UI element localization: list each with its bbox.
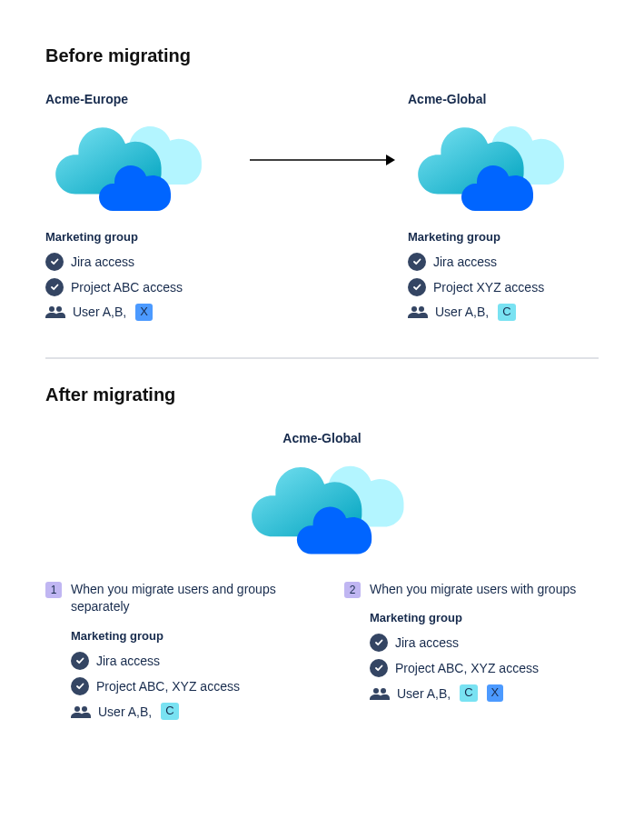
group-name: Marketing group [71,629,300,643]
cloud-icon [42,112,236,221]
site-title-global-after: Acme-Global [45,431,599,445]
users-icon [408,305,428,319]
scenario-badge: 1 [45,582,62,598]
group-name: Marketing group [408,230,599,244]
site-title-global: Acme-Global [408,92,599,106]
perm-text: Project ABC, XYZ access [395,661,539,675]
scenario-badge: 2 [344,582,361,598]
perm-item: Jira access [45,253,236,271]
scenario-desc: When you migrate users with groups [370,581,576,599]
before-left-site: Acme-Europe Marketing group Jira access … [45,92,236,328]
check-icon [45,253,64,271]
perm-text: Project ABC, XYZ access [96,679,240,694]
check-icon [408,253,426,271]
perm-text: Jira access [71,255,134,269]
check-icon [370,659,388,677]
users-text: User A,B, [397,686,451,701]
before-row: Acme-Europe Marketing group Jira access … [45,92,599,328]
group-name: Marketing group [45,230,236,244]
check-icon [45,278,64,296]
users-icon [370,686,390,701]
check-icon [71,677,89,695]
perm-item: Jira access [370,634,599,652]
perm-item: Jira access [408,253,599,271]
user-tag: C [498,304,515,321]
users-item: User A,B, C [408,304,599,321]
check-icon [370,634,388,652]
users-text: User A,B, [435,305,489,319]
cloud-icon [236,451,409,564]
scenario-2: 2 When you migrate users with groups Mar… [344,581,599,727]
arrow-icon [236,154,408,166]
perm-text: Jira access [96,654,160,668]
users-icon [45,305,65,319]
group-name: Marketing group [370,611,599,624]
scenario-1: 1 When you migrate users and groups sepa… [45,581,300,727]
section-divider [45,357,599,359]
check-icon [408,278,426,296]
scenarios-row: 1 When you migrate users and groups sepa… [45,581,599,727]
users-text: User A,B, [98,704,152,719]
users-text: User A,B, [73,305,126,319]
user-tag: X [135,304,153,321]
check-icon [71,652,89,670]
users-item: User A,B, C X [370,684,599,702]
cloud-icon [404,112,599,221]
user-tag: C [161,703,178,720]
after-site: Acme-Global [45,431,599,564]
perm-item: Project ABC access [45,278,236,296]
perm-text: Project ABC access [71,280,183,295]
before-right-site: Acme-Global Marketing group Jira access … [408,92,599,328]
scenario-desc: When you migrate users and groups separa… [71,581,300,616]
after-heading: After migrating [45,385,599,405]
users-item: User A,B, C [71,703,300,720]
site-title-europe: Acme-Europe [45,92,236,106]
users-item: User A,B, X [45,304,236,321]
perm-item: Project ABC, XYZ access [71,677,300,695]
perm-item: Jira access [71,652,300,670]
user-tag: C [460,684,477,702]
user-tag: X [487,684,504,702]
before-heading: Before migrating [45,45,599,66]
perm-text: Project XYZ access [433,280,544,295]
users-icon [71,704,91,719]
perm-text: Jira access [395,635,459,650]
perm-item: Project XYZ access [408,278,599,296]
perm-item: Project ABC, XYZ access [370,659,599,677]
perm-text: Jira access [433,255,497,269]
